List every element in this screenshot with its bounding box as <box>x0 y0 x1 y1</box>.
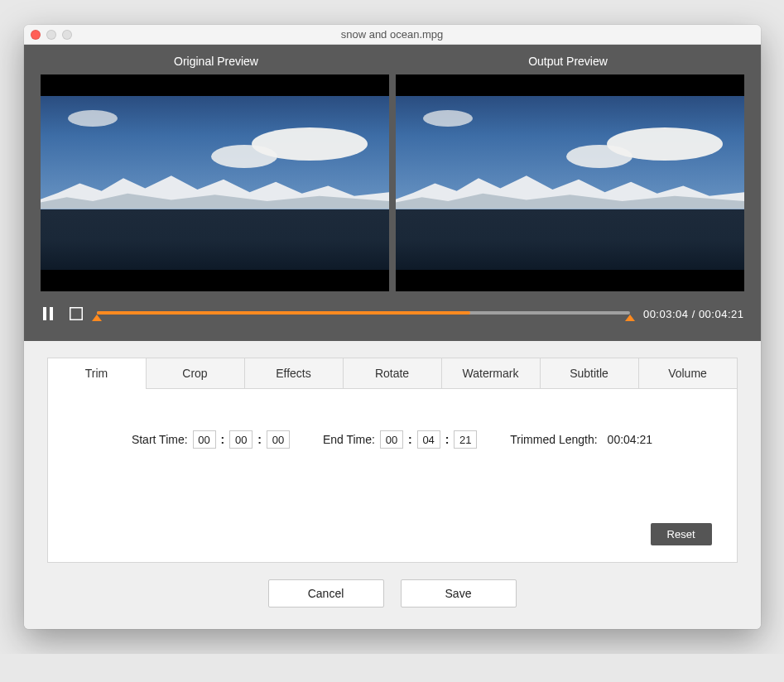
trim-start-marker[interactable] <box>92 315 102 321</box>
titlebar: snow and ocean.mpg <box>24 25 761 45</box>
cancel-button[interactable]: Cancel <box>268 579 384 608</box>
trim-panel: Start Time: : : End Time: : : Trimmed <box>47 389 738 563</box>
minimize-window-button[interactable] <box>46 30 56 40</box>
save-button[interactable]: Save <box>401 579 517 608</box>
start-time-label: Start Time: <box>132 433 188 446</box>
pause-icon <box>42 307 54 320</box>
output-preview <box>396 74 744 291</box>
trimmed-length-value: 00:04:21 <box>608 433 653 446</box>
trim-end-marker[interactable] <box>625 315 635 321</box>
end-time-group: End Time: : : <box>323 430 477 449</box>
svg-rect-2 <box>70 308 82 320</box>
end-mm-input[interactable] <box>417 430 440 449</box>
stop-icon <box>70 307 83 320</box>
svg-rect-1 <box>50 307 53 320</box>
trimmed-length-group: Trimmed Length: 00:04:21 <box>510 433 652 446</box>
output-preview-label: Output Preview <box>392 55 744 74</box>
original-preview <box>41 74 389 291</box>
tab-crop[interactable]: Crop <box>147 358 245 388</box>
original-preview-label: Original Preview <box>41 55 392 74</box>
end-time-label: End Time: <box>323 433 375 446</box>
current-time: 00:03:04 <box>643 308 689 320</box>
window-controls <box>31 30 72 40</box>
video-editor-window: snow and ocean.mpg Original Preview Outp… <box>24 25 761 629</box>
tab-rotate[interactable]: Rotate <box>344 358 442 388</box>
dialog-buttons: Cancel Save <box>47 563 738 608</box>
tab-trim[interactable]: Trim <box>47 358 147 388</box>
timeline-slider[interactable] <box>97 306 630 321</box>
reset-button[interactable]: Reset <box>651 523 712 545</box>
trimmed-length-label: Trimmed Length: <box>510 433 597 446</box>
timeline-progress <box>97 311 470 315</box>
close-window-button[interactable] <box>31 30 41 40</box>
editor-panel: Trim Crop Effects Rotate Watermark Subti… <box>24 341 761 629</box>
zoom-window-button[interactable] <box>62 30 72 40</box>
window-title: snow and ocean.mpg <box>24 28 761 41</box>
svg-rect-0 <box>43 307 46 320</box>
tab-bar: Trim Crop Effects Rotate Watermark Subti… <box>47 358 738 389</box>
tab-volume[interactable]: Volume <box>639 358 738 388</box>
tab-effects[interactable]: Effects <box>245 358 344 388</box>
pause-button[interactable] <box>41 306 55 321</box>
tab-watermark[interactable]: Watermark <box>442 358 541 388</box>
start-hh-input[interactable] <box>193 430 216 449</box>
stop-button[interactable] <box>69 306 84 321</box>
total-time: 00:04:21 <box>699 308 744 320</box>
start-time-group: Start Time: : : <box>132 430 290 449</box>
start-mm-input[interactable] <box>229 430 253 449</box>
start-ss-input[interactable] <box>267 430 290 449</box>
end-hh-input[interactable] <box>380 430 403 449</box>
preview-area: Original Preview Output Preview <box>24 45 761 341</box>
end-ss-input[interactable] <box>454 430 477 449</box>
playback-controls: 00:03:04 / 00:04:21 <box>41 291 744 321</box>
time-readout: 00:03:04 / 00:04:21 <box>643 308 744 320</box>
tab-subtitle[interactable]: Subtitle <box>541 358 639 388</box>
